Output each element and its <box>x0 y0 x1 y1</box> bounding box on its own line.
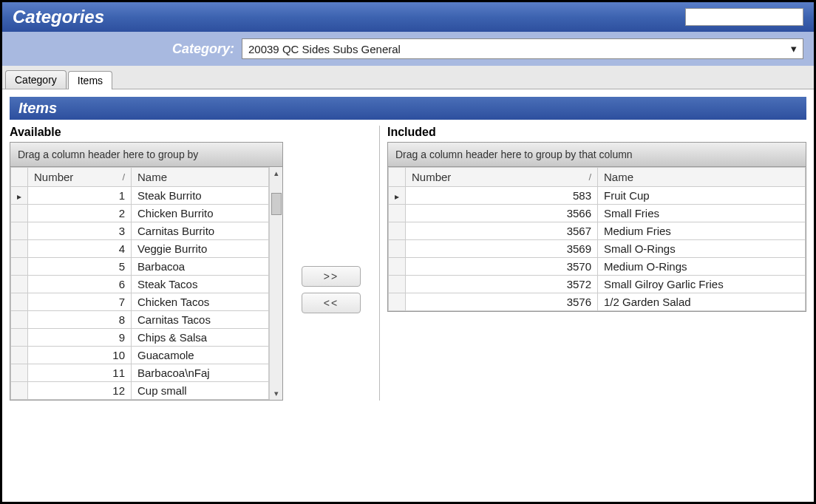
available-col-number[interactable]: Number/ <box>28 168 132 187</box>
scroll-down-icon[interactable]: ▾ <box>274 387 279 400</box>
row-selector[interactable] <box>11 222 28 240</box>
tab-items[interactable]: Items <box>68 71 112 89</box>
chevron-down-icon: ▾ <box>791 42 797 55</box>
row-selector[interactable] <box>389 276 406 293</box>
included-grid: Drag a column header here to group by th… <box>387 142 806 312</box>
table-row[interactable]: 12Cup small <box>11 382 269 400</box>
cell-name: Small Fries <box>598 205 806 222</box>
available-group-by-bar[interactable]: Drag a column header here to group by <box>10 143 282 167</box>
row-selector[interactable] <box>11 205 28 222</box>
row-selector[interactable] <box>11 382 28 400</box>
table-row[interactable]: 4Veggie Burrito <box>11 240 269 258</box>
cell-number: 3576 <box>406 293 598 311</box>
cell-number: 11 <box>28 364 132 382</box>
row-selector[interactable] <box>11 311 28 329</box>
table-row[interactable]: 1Steak Burrito <box>11 187 269 205</box>
row-selector[interactable] <box>389 205 406 222</box>
scroll-up-icon[interactable]: ▴ <box>274 167 279 180</box>
search-input[interactable] <box>685 8 803 26</box>
remove-button[interactable]: << <box>302 293 361 313</box>
cell-name: Steak Burrito <box>132 187 269 205</box>
table-row[interactable]: 3572Small Gilroy Garlic Fries <box>389 276 806 293</box>
row-selector[interactable] <box>389 222 406 240</box>
included-group-by-bar[interactable]: Drag a column header here to group by th… <box>388 143 806 167</box>
cell-name: Small Gilroy Garlic Fries <box>598 276 806 293</box>
table-row[interactable]: 3570Medium O-Rings <box>389 258 806 276</box>
available-scrollbar[interactable]: ▴ ▾ <box>269 167 282 400</box>
cell-name: Chicken Tacos <box>132 293 269 311</box>
cell-name: Medium Fries <box>598 222 806 240</box>
section-header: Items <box>10 97 806 120</box>
table-row[interactable]: 6Steak Tacos <box>11 276 269 293</box>
table-row[interactable]: 5Barbacoa <box>11 258 269 276</box>
cell-number: 3567 <box>406 222 598 240</box>
table-row[interactable]: 10Guacamole <box>11 347 269 364</box>
table-row[interactable]: 8Carnitas Tacos <box>11 311 269 329</box>
table-row[interactable]: 3567Medium Fries <box>389 222 806 240</box>
sort-indicator-icon: / <box>118 171 125 183</box>
cell-name: 1/2 Garden Salad <box>598 293 806 311</box>
table-row[interactable]: 7Chicken Tacos <box>11 293 269 311</box>
included-col-name[interactable]: Name <box>598 168 806 187</box>
row-selector[interactable] <box>389 240 406 258</box>
table-row[interactable]: 3566Small Fries <box>389 205 806 222</box>
tab-strip: Category Items <box>2 66 814 89</box>
row-selector[interactable] <box>11 329 28 347</box>
table-row[interactable]: 3569Small O-Rings <box>389 240 806 258</box>
row-selector[interactable] <box>11 187 28 205</box>
cell-name: Chicken Burrito <box>132 205 269 222</box>
scroll-thumb[interactable] <box>271 193 282 215</box>
row-selector[interactable] <box>11 293 28 311</box>
included-col-number[interactable]: Number/ <box>406 168 598 187</box>
cell-name: Fruit Cup <box>598 187 806 205</box>
table-row[interactable]: 9Chips & Salsa <box>11 329 269 347</box>
row-selector[interactable] <box>389 293 406 311</box>
cell-name: Medium O-Rings <box>598 258 806 276</box>
row-selector[interactable] <box>11 347 28 364</box>
category-label: Category: <box>13 41 234 57</box>
cell-name: Chips & Salsa <box>132 329 269 347</box>
cell-number: 1 <box>28 187 132 205</box>
cell-number: 3570 <box>406 258 598 276</box>
cell-number: 8 <box>28 311 132 329</box>
row-selector[interactable] <box>11 258 28 276</box>
cell-number: 3566 <box>406 205 598 222</box>
cell-name: Steak Tacos <box>132 276 269 293</box>
table-row[interactable]: 583Fruit Cup <box>389 187 806 205</box>
cell-number: 12 <box>28 382 132 400</box>
category-selected-value: 20039 QC Sides Subs General <box>248 43 401 55</box>
category-row: Category: 20039 QC Sides Subs General ▾ <box>2 32 814 66</box>
cell-name: Barbacoa\nFaj <box>132 364 269 382</box>
row-selector[interactable] <box>389 258 406 276</box>
cell-number: 6 <box>28 276 132 293</box>
row-selector[interactable] <box>11 364 28 382</box>
table-row[interactable]: 35761/2 Garden Salad <box>389 293 806 311</box>
table-row[interactable]: 2Chicken Burrito <box>11 205 269 222</box>
add-button[interactable]: >> <box>302 266 361 287</box>
available-col-name[interactable]: Name <box>132 168 269 187</box>
cell-number: 4 <box>28 240 132 258</box>
cell-name: Small O-Rings <box>598 240 806 258</box>
tab-category[interactable]: Category <box>5 70 67 89</box>
cell-number: 7 <box>28 293 132 311</box>
row-selector[interactable] <box>11 276 28 293</box>
table-row[interactable]: 3Carnitas Burrito <box>11 222 269 240</box>
cell-name: Guacamole <box>132 347 269 364</box>
row-selector[interactable] <box>389 187 406 205</box>
cell-number: 583 <box>406 187 598 205</box>
category-dropdown[interactable]: 20039 QC Sides Subs General ▾ <box>242 38 803 59</box>
cell-number: 10 <box>28 347 132 364</box>
cell-number: 3 <box>28 222 132 240</box>
included-title: Included <box>387 126 806 139</box>
cell-number: 2 <box>28 205 132 222</box>
available-title: Available <box>10 126 283 139</box>
cell-name: Barbacoa <box>132 258 269 276</box>
available-grid: Drag a column header here to group by Nu… <box>10 142 283 401</box>
cell-number: 3569 <box>406 240 598 258</box>
cell-name: Carnitas Burrito <box>132 222 269 240</box>
cell-name: Carnitas Tacos <box>132 311 269 329</box>
title-bar: Categories <box>2 2 814 32</box>
row-selector[interactable] <box>11 240 28 258</box>
page-title: Categories <box>13 7 104 27</box>
table-row[interactable]: 11Barbacoa\nFaj <box>11 364 269 382</box>
